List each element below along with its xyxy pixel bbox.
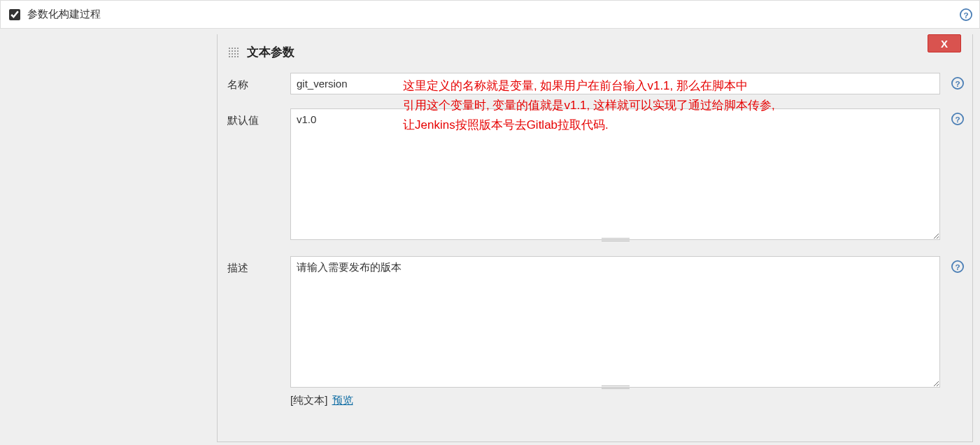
default-value-row: 默认值 ? [227, 108, 965, 242]
main-area: X 文本参数 名称 ? 默认值 ? 描述 [0, 29, 980, 442]
help-icon[interactable]: ? [951, 260, 964, 273]
svg-text:?: ? [963, 10, 968, 19]
default-value-field-wrapper [290, 108, 940, 242]
name-row: 名称 ? [227, 73, 965, 94]
delete-parameter-button[interactable]: X [928, 34, 961, 52]
description-label: 描述 [227, 256, 290, 390]
default-value-textarea[interactable] [290, 108, 940, 240]
description-textarea[interactable] [290, 256, 940, 388]
parameterize-build-label: 参数化构建过程 [27, 8, 101, 21]
svg-text:?: ? [955, 262, 960, 271]
svg-text:?: ? [955, 115, 960, 124]
name-field-wrapper [290, 73, 940, 94]
parameterize-build-checkbox[interactable] [9, 9, 20, 20]
plain-text-label: [纯文本] [290, 394, 327, 406]
description-footer: [纯文本] 预览 [290, 394, 965, 407]
text-parameter-block: X 文本参数 名称 ? 默认值 ? 描述 [217, 34, 973, 442]
help-icon[interactable]: ? [951, 77, 964, 90]
close-icon: X [941, 38, 948, 50]
help-icon[interactable]: ? [951, 113, 964, 125]
parameterize-build-section: 参数化构建过程 ? [0, 0, 980, 29]
help-icon[interactable]: ? [960, 8, 972, 21]
left-spacer [0, 29, 217, 442]
default-value-label: 默认值 [227, 108, 290, 242]
resize-handle-icon[interactable] [602, 237, 630, 241]
description-field-wrapper [290, 256, 940, 390]
svg-text:?: ? [955, 79, 960, 88]
name-label: 名称 [227, 73, 290, 94]
drag-handle-icon[interactable] [227, 46, 240, 59]
description-row: 描述 ? [227, 256, 965, 390]
parameter-title: 文本参数 [247, 44, 294, 60]
resize-handle-icon[interactable] [602, 385, 630, 389]
parameter-title-row: 文本参数 [227, 44, 965, 60]
preview-link[interactable]: 预览 [332, 394, 353, 406]
name-input[interactable] [290, 73, 940, 94]
